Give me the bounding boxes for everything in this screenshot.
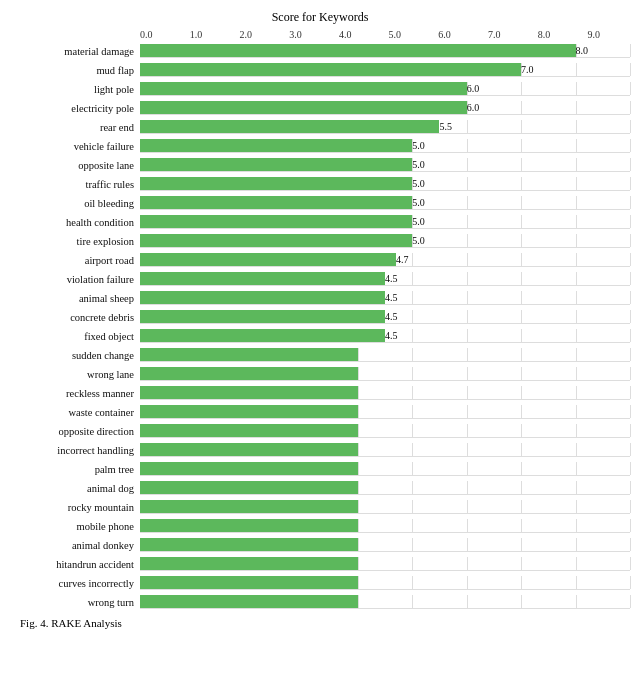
bar-track <box>140 386 630 400</box>
grid-line <box>467 576 468 589</box>
chart-title: Score for Keywords <box>10 10 630 25</box>
bar-fill <box>140 120 439 133</box>
bar-track: 4.5 <box>140 329 630 343</box>
grid-line <box>412 481 413 494</box>
bar-value: 5.0 <box>412 177 425 191</box>
bar-value: 5.5 <box>439 120 452 134</box>
bar-row: animal dog <box>10 479 630 497</box>
bar-label: animal donkey <box>10 540 140 551</box>
grid-line <box>630 272 631 285</box>
bar-label: electricity pole <box>10 103 140 114</box>
bar-fill <box>140 63 521 76</box>
grid-line <box>467 386 468 399</box>
grid-line <box>576 158 577 171</box>
bar-value: 5.0 <box>412 158 425 172</box>
grid-line <box>358 538 359 551</box>
grid-line <box>576 595 577 608</box>
grid-line <box>358 462 359 475</box>
grid-line <box>521 310 522 323</box>
grid-line <box>576 538 577 551</box>
bars-container: material damage8.0mud flap7.0light pole6… <box>10 42 630 611</box>
grid-line <box>412 348 413 361</box>
bar-fill <box>140 272 385 285</box>
bar-fill <box>140 576 358 589</box>
bar-fill <box>140 595 358 608</box>
grid-line <box>630 291 631 304</box>
bar-track <box>140 519 630 533</box>
grid-line <box>358 481 359 494</box>
bar-label: wrong turn <box>10 597 140 608</box>
bar-track <box>140 595 630 609</box>
grid-line <box>576 500 577 513</box>
bar-label: mud flap <box>10 65 140 76</box>
bar-row: violation failure4.5 <box>10 270 630 288</box>
grid-line <box>576 234 577 247</box>
bar-label: hitandrun accident <box>10 559 140 570</box>
bar-row: vehicle failure5.0 <box>10 137 630 155</box>
bar-fill <box>140 44 576 57</box>
bar-row: material damage8.0 <box>10 42 630 60</box>
bar-row: incorrect handling <box>10 441 630 459</box>
grid-line <box>412 310 413 323</box>
bar-fill <box>140 158 412 171</box>
bar-row: animal sheep4.5 <box>10 289 630 307</box>
grid-line <box>576 519 577 532</box>
grid-line <box>412 367 413 380</box>
grid-line <box>467 481 468 494</box>
grid-line <box>630 120 631 133</box>
grid-line <box>358 386 359 399</box>
bar-label: sudden change <box>10 350 140 361</box>
bar-row: opposite direction <box>10 422 630 440</box>
bar-row: light pole6.0 <box>10 80 630 98</box>
axis-tick: 2.0 <box>239 29 252 40</box>
grid-line <box>576 348 577 361</box>
grid-line <box>412 405 413 418</box>
grid-line <box>412 557 413 570</box>
bar-fill <box>140 82 467 95</box>
grid-line <box>521 101 522 114</box>
bar-fill <box>140 481 358 494</box>
grid-line <box>358 557 359 570</box>
grid-line <box>630 367 631 380</box>
bar-value: 4.5 <box>385 329 398 343</box>
grid-line <box>630 500 631 513</box>
grid-line <box>576 310 577 323</box>
grid-line <box>412 386 413 399</box>
axis-tick: 1.0 <box>190 29 203 40</box>
grid-line <box>467 196 468 209</box>
grid-line <box>576 101 577 114</box>
grid-line <box>412 291 413 304</box>
grid-line <box>412 595 413 608</box>
grid-line <box>521 462 522 475</box>
bar-label: opposite lane <box>10 160 140 171</box>
bar-row: airport road4.7 <box>10 251 630 269</box>
grid-line <box>467 424 468 437</box>
bar-label: animal dog <box>10 483 140 494</box>
bar-row: health condition5.0 <box>10 213 630 231</box>
grid-line <box>630 177 631 190</box>
bar-track: 5.0 <box>140 158 630 172</box>
grid-line <box>358 405 359 418</box>
grid-line <box>358 443 359 456</box>
bar-fill <box>140 215 412 228</box>
bar-value: 5.0 <box>412 234 425 248</box>
bar-label: rear end <box>10 122 140 133</box>
grid-line <box>630 462 631 475</box>
bar-track: 8.0 <box>140 44 630 58</box>
grid-line <box>467 595 468 608</box>
bar-fill <box>140 139 412 152</box>
grid-line <box>521 386 522 399</box>
grid-line <box>630 576 631 589</box>
bar-row: mobile phone <box>10 517 630 535</box>
grid-line <box>467 291 468 304</box>
bar-track <box>140 481 630 495</box>
grid-line <box>358 576 359 589</box>
grid-line <box>576 557 577 570</box>
bar-track: 6.0 <box>140 82 630 96</box>
grid-line <box>630 310 631 323</box>
grid-line <box>576 329 577 342</box>
bar-track: 5.0 <box>140 177 630 191</box>
grid-line <box>358 367 359 380</box>
bar-fill <box>140 367 358 380</box>
bar-fill <box>140 386 358 399</box>
